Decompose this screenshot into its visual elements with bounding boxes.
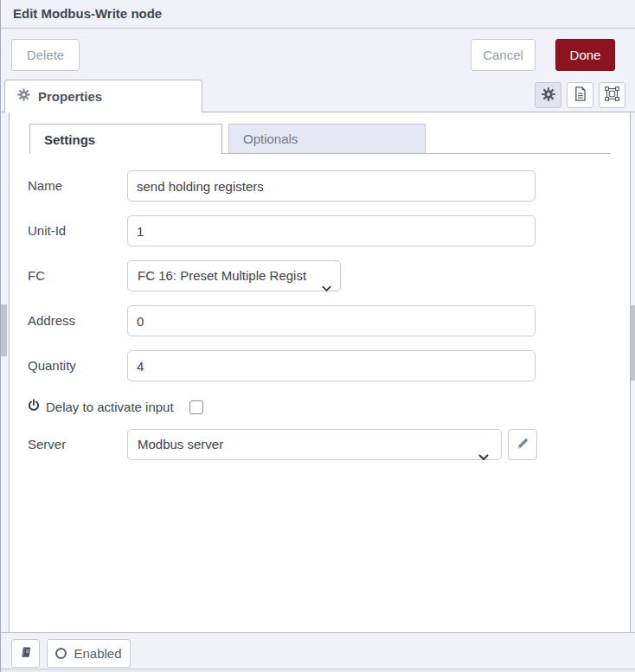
delay-label: Delay to activate input	[46, 400, 174, 414]
tab-settings[interactable]: Settings	[29, 124, 222, 154]
tab-properties-label: Properties	[38, 89, 102, 104]
right-scrollbar-thumb[interactable]	[631, 305, 635, 381]
quantity-label: Quantity	[28, 350, 123, 381]
tab-optionals-label: Optionals	[243, 131, 298, 146]
book-icon	[19, 645, 32, 662]
delay-row: Delay to activate input	[28, 395, 174, 418]
quantity-input[interactable]	[127, 350, 536, 381]
chevron-down-icon	[322, 273, 331, 303]
description-icon-button[interactable]	[567, 82, 593, 108]
server-label: Server	[28, 429, 123, 460]
unit-id-label: Unit-Id	[28, 215, 123, 246]
fc-select-value: FC 16: Preset Multiple Regist	[138, 268, 306, 283]
appearance-icon	[605, 86, 619, 104]
name-input[interactable]	[127, 170, 536, 202]
done-button[interactable]: Done	[555, 39, 615, 71]
tray-body: Optionals Settings Name Unit-Id FC FC 16…	[9, 112, 631, 632]
chevron-down-icon	[478, 442, 489, 471]
delay-checkbox[interactable]	[189, 400, 203, 414]
edit-node-tray: Edit Modbus-Write node Delete Cancel Don…	[0, 0, 635, 672]
dialog-title: Edit Modbus-Write node	[1, 0, 635, 28]
edit-server-button[interactable]	[508, 429, 537, 460]
unit-id-input[interactable]	[127, 215, 536, 246]
address-label: Address	[28, 305, 123, 336]
properties-icon-button[interactable]	[535, 82, 561, 108]
power-icon	[28, 399, 40, 415]
name-label: Name	[28, 170, 123, 202]
fc-label: FC	[28, 260, 123, 291]
node-enabled-toggle[interactable]: Enabled	[47, 639, 131, 668]
appearance-icon-button[interactable]	[599, 82, 625, 108]
pencil-icon	[516, 437, 529, 453]
tray-footer: Enabled	[1, 632, 635, 669]
tab-properties[interactable]: Properties	[4, 80, 202, 112]
left-scrollbar-thumb[interactable]	[1, 304, 7, 356]
node-help-button[interactable]	[11, 639, 40, 668]
cancel-button[interactable]: Cancel	[471, 39, 536, 71]
dialog-header: Edit Modbus-Write node	[1, 0, 635, 29]
tab-optionals[interactable]: Optionals	[228, 124, 426, 153]
bottom-strip	[1, 669, 635, 672]
gear-icon	[17, 88, 30, 105]
fc-select[interactable]: FC 16: Preset Multiple Regist	[127, 260, 341, 291]
address-input[interactable]	[127, 305, 536, 336]
enabled-label: Enabled	[74, 646, 121, 661]
tab-settings-label: Settings	[44, 132, 95, 147]
delete-button[interactable]: Delete	[11, 39, 80, 71]
server-select-value: Modbus server	[138, 437, 223, 451]
server-select[interactable]: Modbus server	[127, 429, 502, 460]
file-text-icon	[574, 86, 587, 104]
status-circle-icon	[55, 648, 67, 659]
gear-icon	[542, 87, 555, 104]
